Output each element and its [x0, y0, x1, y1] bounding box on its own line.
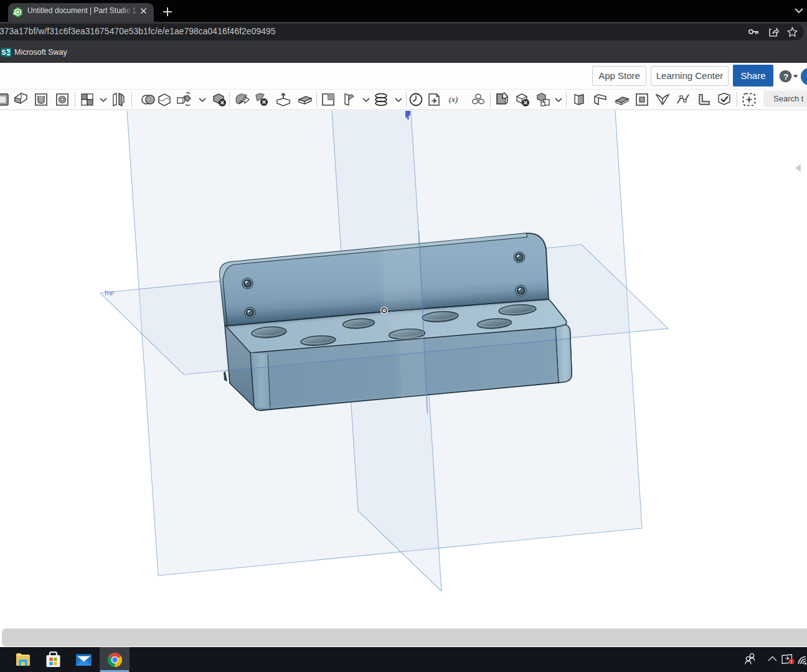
svg-text:?: ?	[783, 72, 788, 82]
svg-text:(x): (x)	[449, 95, 458, 104]
svg-text:S: S	[2, 49, 6, 56]
svg-text:Top: Top	[103, 289, 115, 297]
svg-text:!: !	[791, 659, 793, 665]
